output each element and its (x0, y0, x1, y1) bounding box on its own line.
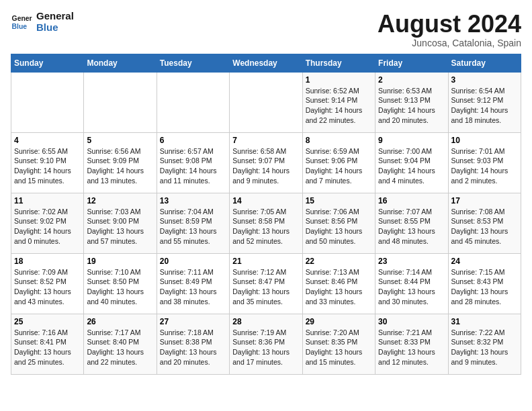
day-number: 29 (306, 317, 372, 326)
day-info: Sunrise: 7:02 AM Sunset: 9:02 PM Dayligh… (14, 207, 81, 246)
day-number: 15 (306, 196, 372, 205)
day-cell: 6Sunrise: 6:57 AM Sunset: 9:08 PM Daylig… (157, 132, 229, 193)
day-cell: 24Sunrise: 7:15 AM Sunset: 8:43 PM Dayli… (448, 253, 521, 314)
day-cell: 9Sunrise: 7:00 AM Sunset: 9:04 PM Daylig… (375, 132, 448, 193)
day-info: Sunrise: 7:00 AM Sunset: 9:04 PM Dayligh… (378, 146, 445, 186)
day-number: 5 (87, 136, 153, 145)
day-number: 12 (87, 196, 153, 205)
day-cell: 27Sunrise: 7:18 AM Sunset: 8:38 PM Dayli… (157, 314, 229, 374)
day-cell: 20Sunrise: 7:11 AM Sunset: 8:49 PM Dayli… (157, 253, 229, 314)
day-number: 21 (232, 257, 299, 266)
day-cell: 26Sunrise: 7:17 AM Sunset: 8:40 PM Dayli… (84, 314, 157, 374)
day-number: 23 (378, 257, 445, 266)
day-info: Sunrise: 7:03 AM Sunset: 9:00 PM Dayligh… (87, 207, 153, 246)
day-info: Sunrise: 7:14 AM Sunset: 8:44 PM Dayligh… (378, 267, 445, 307)
col-header-monday: Monday (84, 54, 157, 72)
day-number: 24 (451, 257, 518, 266)
day-info: Sunrise: 7:21 AM Sunset: 8:33 PM Dayligh… (378, 328, 445, 367)
day-cell: 23Sunrise: 7:14 AM Sunset: 8:44 PM Dayli… (375, 253, 448, 314)
day-cell: 28Sunrise: 7:19 AM Sunset: 8:36 PM Dayli… (230, 314, 302, 374)
day-cell: 1Sunrise: 6:52 AM Sunset: 9:14 PM Daylig… (302, 72, 375, 132)
day-number: 8 (306, 136, 372, 145)
col-header-saturday: Saturday (448, 54, 521, 72)
day-cell: 29Sunrise: 7:20 AM Sunset: 8:35 PM Dayli… (302, 314, 375, 374)
day-info: Sunrise: 6:59 AM Sunset: 9:06 PM Dayligh… (306, 146, 372, 186)
day-number: 1 (306, 75, 372, 85)
svg-text:Blue: Blue (12, 22, 28, 30)
week-row-5: 25Sunrise: 7:16 AM Sunset: 8:41 PM Dayli… (11, 314, 521, 374)
logo-icon: General Blue (11, 11, 32, 33)
day-cell: 8Sunrise: 6:59 AM Sunset: 9:06 PM Daylig… (302, 132, 375, 193)
day-number: 28 (232, 317, 299, 326)
day-info: Sunrise: 7:13 AM Sunset: 8:46 PM Dayligh… (306, 267, 372, 307)
svg-text:General: General (12, 15, 32, 22)
col-header-wednesday: Wednesday (230, 54, 302, 72)
day-info: Sunrise: 7:11 AM Sunset: 8:49 PM Dayligh… (160, 267, 226, 307)
day-info: Sunrise: 7:04 AM Sunset: 8:59 PM Dayligh… (160, 207, 226, 246)
day-number: 25 (14, 317, 81, 326)
subtitle: Juncosa, Catalonia, Spain (378, 38, 521, 48)
day-info: Sunrise: 7:18 AM Sunset: 8:38 PM Dayligh… (160, 328, 226, 367)
week-row-4: 18Sunrise: 7:09 AM Sunset: 8:52 PM Dayli… (11, 253, 521, 314)
week-row-2: 4Sunrise: 6:55 AM Sunset: 9:10 PM Daylig… (11, 132, 521, 193)
day-number: 27 (160, 317, 226, 326)
day-number: 2 (378, 75, 445, 85)
day-number: 30 (378, 317, 445, 326)
calendar-table: SundayMondayTuesdayWednesdayThursdayFrid… (11, 54, 521, 375)
day-cell: 21Sunrise: 7:12 AM Sunset: 8:47 PM Dayli… (230, 253, 302, 314)
day-info: Sunrise: 7:22 AM Sunset: 8:32 PM Dayligh… (451, 328, 518, 367)
day-info: Sunrise: 7:15 AM Sunset: 8:43 PM Dayligh… (451, 267, 518, 307)
title-block: August 2024 Juncosa, Catalonia, Spain (378, 11, 521, 48)
day-info: Sunrise: 7:10 AM Sunset: 8:50 PM Dayligh… (87, 267, 153, 307)
day-number: 10 (451, 136, 518, 145)
day-info: Sunrise: 6:57 AM Sunset: 9:08 PM Dayligh… (160, 146, 226, 186)
day-cell: 22Sunrise: 7:13 AM Sunset: 8:46 PM Dayli… (302, 253, 375, 314)
day-cell: 17Sunrise: 7:08 AM Sunset: 8:53 PM Dayli… (448, 193, 521, 253)
day-info: Sunrise: 7:16 AM Sunset: 8:41 PM Dayligh… (14, 328, 81, 367)
week-row-3: 11Sunrise: 7:02 AM Sunset: 9:02 PM Dayli… (11, 193, 521, 253)
day-cell: 11Sunrise: 7:02 AM Sunset: 9:02 PM Dayli… (11, 193, 84, 253)
day-number: 26 (87, 317, 153, 326)
col-header-sunday: Sunday (11, 54, 84, 72)
col-header-tuesday: Tuesday (157, 54, 229, 72)
logo: General Blue General Blue (11, 11, 74, 33)
day-cell: 13Sunrise: 7:04 AM Sunset: 8:59 PM Dayli… (157, 193, 229, 253)
main-title: August 2024 (378, 11, 521, 38)
col-header-thursday: Thursday (302, 54, 375, 72)
page-header: General Blue General Blue August 2024 Ju… (11, 11, 521, 48)
day-cell: 19Sunrise: 7:10 AM Sunset: 8:50 PM Dayli… (84, 253, 157, 314)
day-info: Sunrise: 7:01 AM Sunset: 9:03 PM Dayligh… (451, 146, 518, 186)
day-number: 9 (378, 136, 445, 145)
day-cell: 10Sunrise: 7:01 AM Sunset: 9:03 PM Dayli… (448, 132, 521, 193)
day-info: Sunrise: 7:19 AM Sunset: 8:36 PM Dayligh… (232, 328, 299, 367)
col-header-friday: Friday (375, 54, 448, 72)
day-cell (84, 72, 157, 132)
day-cell: 30Sunrise: 7:21 AM Sunset: 8:33 PM Dayli… (375, 314, 448, 374)
day-number: 13 (160, 196, 226, 205)
logo-general: General (36, 11, 74, 22)
day-number: 11 (14, 196, 81, 205)
day-cell: 15Sunrise: 7:06 AM Sunset: 8:56 PM Dayli… (302, 193, 375, 253)
day-cell: 31Sunrise: 7:22 AM Sunset: 8:32 PM Dayli… (448, 314, 521, 374)
day-info: Sunrise: 7:05 AM Sunset: 8:58 PM Dayligh… (232, 207, 299, 246)
day-cell: 3Sunrise: 6:54 AM Sunset: 9:12 PM Daylig… (448, 72, 521, 132)
day-info: Sunrise: 7:20 AM Sunset: 8:35 PM Dayligh… (306, 328, 372, 367)
day-number: 19 (87, 257, 153, 266)
day-number: 31 (451, 317, 518, 326)
logo-blue: Blue (36, 22, 74, 34)
day-info: Sunrise: 6:58 AM Sunset: 9:07 PM Dayligh… (232, 146, 299, 186)
day-info: Sunrise: 7:17 AM Sunset: 8:40 PM Dayligh… (87, 328, 153, 367)
day-cell (157, 72, 229, 132)
day-cell (230, 72, 302, 132)
day-number: 3 (451, 75, 518, 85)
week-row-1: 1Sunrise: 6:52 AM Sunset: 9:14 PM Daylig… (11, 72, 521, 132)
day-info: Sunrise: 6:56 AM Sunset: 9:09 PM Dayligh… (87, 146, 153, 186)
calendar-header: SundayMondayTuesdayWednesdayThursdayFrid… (11, 54, 521, 72)
day-cell: 2Sunrise: 6:53 AM Sunset: 9:13 PM Daylig… (375, 72, 448, 132)
day-cell: 25Sunrise: 7:16 AM Sunset: 8:41 PM Dayli… (11, 314, 84, 374)
day-cell: 5Sunrise: 6:56 AM Sunset: 9:09 PM Daylig… (84, 132, 157, 193)
day-number: 18 (14, 257, 81, 266)
day-cell: 7Sunrise: 6:58 AM Sunset: 9:07 PM Daylig… (230, 132, 302, 193)
day-cell (11, 72, 84, 132)
day-number: 6 (160, 136, 226, 145)
